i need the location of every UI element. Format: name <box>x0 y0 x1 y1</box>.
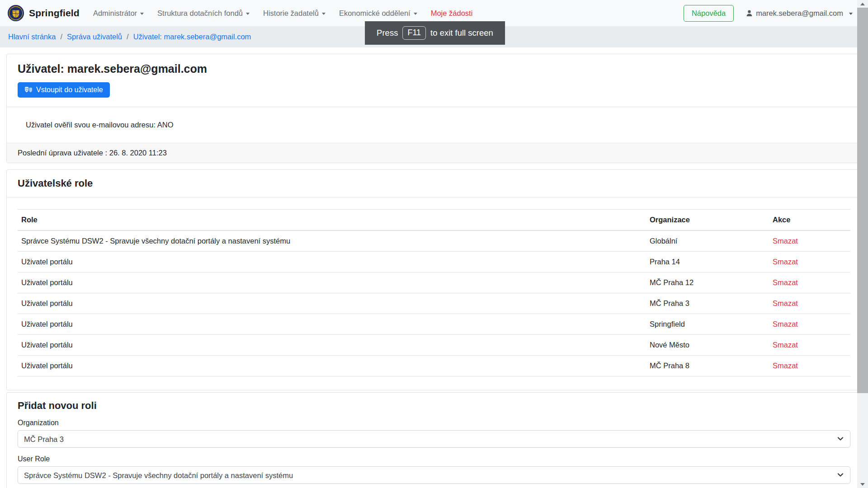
table-row: Uživatel portálu Springfield Smazat <box>18 314 850 335</box>
role-cell: Uživatel portálu <box>18 293 646 314</box>
organization-cell: MČ Praha 3 <box>646 293 769 314</box>
breadcrumb-separator: / <box>127 33 129 41</box>
toast-text-after: to exit full screen <box>430 28 493 38</box>
organization-cell: MČ Praha 12 <box>646 272 769 293</box>
main-menu: Administrátor Struktura dotačních fondů … <box>93 9 472 18</box>
delete-role-link[interactable]: Smazat <box>773 341 798 349</box>
organization-cell: Praha 14 <box>646 252 769 272</box>
user-email: marek.sebera@gmail.com <box>756 9 843 18</box>
organization-select-wrap: MČ Praha 3 <box>18 430 850 448</box>
user-card-footer: Poslední úprava uživatele : 26. 8. 2020 … <box>7 143 861 163</box>
masks-icon <box>24 86 33 94</box>
role-cell: Uživatel portálu <box>18 335 646 356</box>
delete-role-link[interactable]: Smazat <box>773 361 798 370</box>
column-header-role: Role <box>18 210 646 231</box>
caret-down-icon <box>322 13 326 15</box>
roles-section-title: Uživatelské role <box>18 178 850 189</box>
organization-select[interactable]: MČ Praha 3 <box>18 430 850 448</box>
delete-role-link[interactable]: Smazat <box>773 299 798 307</box>
breadcrumb-separator: / <box>60 33 62 41</box>
roles-table-header-row: Role Organizace Akce <box>18 210 850 231</box>
table-row: Uživatel portálu Praha 14 Smazat <box>18 252 850 272</box>
brand[interactable]: Springfield <box>7 5 80 22</box>
caret-down-icon <box>140 13 144 15</box>
role-cell: Správce Systému DSW2 - Spravuje všechny … <box>18 230 646 252</box>
breadcrumb-user-management[interactable]: Správa uživatelů <box>67 33 122 41</box>
role-cell: Uživatel portálu <box>18 356 646 376</box>
breadcrumb-home[interactable]: Hlavní stránka <box>8 33 56 41</box>
role-cell: Uživatel portálu <box>18 272 646 293</box>
scrollbar-thumb[interactable] <box>857 8 868 393</box>
user-roles-card: Uživatelské role Role Organizace Akce Sp… <box>6 169 862 390</box>
add-role-title: Přidat novou roli <box>18 400 850 412</box>
delete-role-link[interactable]: Smazat <box>773 278 798 286</box>
column-header-akce: Akce <box>769 210 850 231</box>
caret-down-icon <box>246 13 250 15</box>
roles-card-header: Uživatelské role <box>7 170 861 197</box>
menu-item-administrator[interactable]: Administrátor <box>93 9 144 18</box>
breadcrumb-current-user[interactable]: Uživatel: marek.sebera@gmail.com <box>133 33 251 41</box>
table-row: Uživatel portálu MČ Praha 12 Smazat <box>18 272 850 293</box>
role-cell: Uživatel portálu <box>18 314 646 335</box>
user-role-select-wrap: Správce Systému DSW2 - Spravuje všechny … <box>18 466 850 484</box>
menu-item-historie-zadatelu[interactable]: Historie žadatelů <box>263 9 326 18</box>
roles-table: Role Organizace Akce Správce Systému DSW… <box>18 209 850 376</box>
column-header-organizace: Organizace <box>646 210 769 231</box>
organization-cell: MČ Praha 8 <box>646 356 769 376</box>
delete-role-link[interactable]: Smazat <box>773 237 798 245</box>
table-row: Uživatel portálu MČ Praha 3 Smazat <box>18 293 850 314</box>
scrollbar-down-arrow[interactable] <box>857 480 868 488</box>
fullscreen-exit-toast: Press F11 to exit full screen <box>365 21 505 45</box>
delete-role-link[interactable]: Smazat <box>773 320 798 328</box>
user-card-header: Uživatel: marek.sebera@gmail.com Vstoupi… <box>7 54 861 107</box>
page-scrollbar <box>857 0 868 488</box>
table-row: Uživatel portálu MČ Praha 8 Smazat <box>18 356 850 376</box>
delete-role-link[interactable]: Smazat <box>773 258 798 266</box>
menu-item-ekonomicke-oddeleni[interactable]: Ekonomické oddělení <box>339 9 417 18</box>
user-detail-card: Uživatel: marek.sebera@gmail.com Vstoupi… <box>6 54 862 163</box>
toast-text-before: Press <box>377 28 398 38</box>
enter-user-button[interactable]: Vstoupit do uživatele <box>18 82 110 98</box>
organization-label: Organization <box>18 419 850 427</box>
scrollbar-up-arrow[interactable] <box>857 0 868 8</box>
organization-cell: Globální <box>646 230 769 252</box>
add-role-card: Přidat novou roli Organization MČ Praha … <box>6 392 862 488</box>
page-title: Uživatel: marek.sebera@gmail.com <box>18 62 850 75</box>
main-content: Uživatel: marek.sebera@gmail.com Vstoupi… <box>0 54 868 488</box>
role-cell: Uživatel portálu <box>18 252 646 272</box>
email-verified-text: Uživatel ověřil svou e-mailovou adresu: … <box>26 121 173 129</box>
person-icon <box>745 9 753 17</box>
brand-name: Springfield <box>29 8 80 19</box>
user-menu[interactable]: marek.sebera@gmail.com <box>745 9 853 18</box>
organization-cell: Nové Město <box>646 335 769 356</box>
springfield-logo-icon <box>7 5 24 22</box>
caret-down-icon <box>849 13 853 15</box>
last-update-text: Poslední úprava uživatele : 26. 8. 2020 … <box>18 149 167 157</box>
f11-key-badge: F11 <box>402 26 426 40</box>
roles-card-body: Role Organizace Akce Správce Systému DSW… <box>7 197 861 390</box>
table-row: Uživatel portálu Nové Město Smazat <box>18 335 850 356</box>
user-role-select[interactable]: Správce Systému DSW2 - Spravuje všechny … <box>18 466 850 484</box>
roles-table-body: Správce Systému DSW2 - Spravuje všechny … <box>18 230 850 376</box>
caret-down-icon <box>414 13 417 15</box>
menu-item-moje-zadosti[interactable]: Moje žádosti <box>431 9 473 18</box>
user-role-label: User Role <box>18 455 850 463</box>
help-button[interactable]: Nápověda <box>684 5 734 22</box>
email-verified-row: Uživatel ověřil svou e-mailovou adresu: … <box>7 107 861 143</box>
menu-item-struktura-dotacnich-fondu[interactable]: Struktura dotačních fondů <box>157 9 250 18</box>
table-row: Správce Systému DSW2 - Spravuje všechny … <box>18 230 850 252</box>
organization-cell: Springfield <box>646 314 769 335</box>
